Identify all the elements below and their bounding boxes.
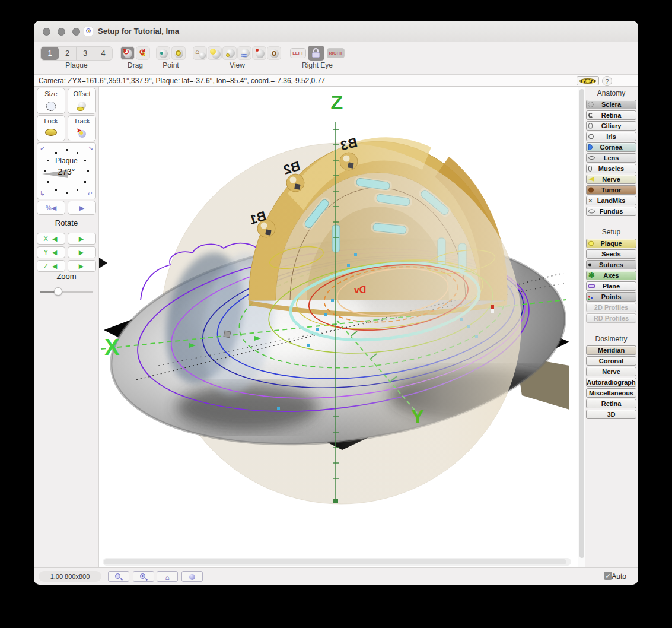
view-lens-button[interactable] (237, 46, 251, 60)
anatomy-item-tumor[interactable]: Tumor (586, 185, 636, 195)
anatomy-item-retina[interactable]: Retina (586, 110, 636, 120)
setup-item-plane[interactable]: Plane (586, 281, 636, 291)
zoom-slider[interactable] (40, 287, 93, 296)
zoom-in-button[interactable]: + (133, 571, 154, 582)
view-home-button[interactable]: ⌂ (193, 46, 207, 60)
anatomy-section-title: Anatomy (586, 89, 636, 97)
rotate-y-forward-button[interactable]: ▶ (68, 246, 96, 258)
home-view-button[interactable]: ⌂ (157, 571, 178, 582)
track-button[interactable]: Track ➤ (68, 115, 96, 141)
toolbar: 1 2 3 4 Plaque ↻ ↻ Drag Point ⌂ (34, 42, 638, 74)
anatomy-item-cornea[interactable]: Cornea (586, 142, 636, 152)
setup-item-seeds[interactable]: Seeds (586, 249, 636, 259)
plaque-gold-icon (45, 129, 57, 136)
size-button[interactable]: Size (37, 88, 65, 114)
drag-rotate-button[interactable]: ↻ (120, 46, 135, 60)
view-mark-button[interactable] (252, 46, 266, 60)
plaque-segmented-control[interactable]: 1 2 3 4 (40, 46, 113, 61)
dosimetry-item-3d[interactable]: 3D (586, 410, 636, 419)
rotate-z-back-button[interactable]: Z ◀ (37, 260, 65, 272)
magnifier-plus-icon: + (140, 573, 145, 579)
offset-button[interactable]: Offset (68, 88, 96, 114)
lens-icon (588, 156, 595, 160)
axis-x-label: X (104, 335, 120, 360)
view-group-label: View (193, 61, 282, 69)
point-mark-button[interactable] (171, 46, 186, 60)
close-icon[interactable] (43, 28, 50, 36)
anatomy-item-sclera[interactable]: Sclera (586, 100, 636, 109)
setup-item-sutures[interactable]: Sutures (586, 260, 636, 269)
anatomy-item-iris[interactable]: Iris (586, 132, 636, 141)
plaque-segment-3[interactable]: 3 (77, 47, 94, 60)
zoom-slider-thumb[interactable] (54, 287, 62, 296)
plaque-rotation-dial[interactable]: ↙ ↘ ↳ ↵ Plaque 273° (37, 142, 96, 199)
anatomy-item-fundus[interactable]: Fundus (586, 207, 636, 216)
axis-y-label: Y (411, 405, 425, 427)
plaque-segment-1[interactable]: 1 (41, 47, 59, 60)
setup-item-rd-profiles: RD Profiles (586, 313, 636, 323)
rotate-x-back-button[interactable]: X ◀ (37, 233, 65, 245)
zoom-out-button[interactable]: − (108, 571, 129, 582)
setup-item-axes[interactable]: ✱Axes (586, 271, 636, 280)
dosimetry-item-nerve[interactable]: Nerve (586, 367, 636, 376)
auto-checkbox[interactable]: ✓ (604, 572, 612, 580)
plaque-indicator-button[interactable] (577, 76, 599, 85)
dosimetry-item-meridian[interactable]: Meridian (586, 345, 636, 355)
dosimetry-item-coronal[interactable]: Coronal (586, 356, 636, 366)
right-eye-button[interactable]: RIGHT (327, 48, 345, 58)
minimize-icon[interactable] (58, 28, 65, 36)
anatomy-item-nerve[interactable]: Nerve (586, 175, 636, 184)
plaque-segment-2[interactable]: 2 (59, 47, 77, 60)
rotate-z-forward-button[interactable]: ▶ (68, 260, 96, 272)
step-back-button[interactable]: %◀ (37, 201, 65, 215)
vertical-scrollbar[interactable] (578, 87, 585, 567)
rotate-y-back-button[interactable]: Y ◀ (37, 246, 65, 258)
title-bar[interactable]: Setup for Tutorial, Ima (34, 21, 638, 42)
drag-tilt-button[interactable]: ↻ (136, 46, 150, 60)
dial-value: 273° (37, 167, 95, 176)
dosimetry-item-autoradiograph[interactable]: Autoradiograph (586, 378, 636, 387)
retina-icon (588, 113, 593, 118)
view-plaque-button[interactable] (208, 46, 222, 60)
dial-corner-br-icon[interactable]: ↵ (88, 190, 93, 198)
anatomy-item-muscles[interactable]: Muscles (586, 164, 636, 173)
dosimetry-item-retina[interactable]: Retina (586, 399, 636, 408)
plaque-segment-4[interactable]: 4 (94, 47, 112, 60)
view-tumor-button[interactable] (267, 46, 281, 60)
anatomy-item-landmks[interactable]: ✕LandMks (586, 196, 636, 205)
tumor-icon (588, 188, 594, 193)
window-title: Setup for Tutorial, Ima (98, 27, 179, 36)
point-select-button[interactable] (156, 46, 170, 60)
camera-status-text: Camera: ZYX=161.6°,359.1°,337.9°, Plaque… (39, 77, 325, 85)
dial-corner-bl-icon[interactable]: ↳ (40, 190, 45, 198)
axes-icon: ✱ (588, 274, 595, 277)
left-eye-button[interactable]: LEFT (290, 48, 306, 58)
anatomy-item-ciliary[interactable]: Ciliary (586, 121, 636, 131)
dosimetry-item-miscellaneous[interactable]: Miscellaneous (586, 388, 636, 398)
eye-lock-button[interactable] (308, 46, 324, 61)
tilt-arrow-icon: ↻ (138, 49, 146, 55)
3d-viewport[interactable]: Z X Y B3 B2 B1 Dv (99, 87, 578, 567)
zoom-window-icon[interactable] (72, 28, 80, 36)
help-button[interactable]: ? (602, 76, 612, 86)
dosimetry-section-title: Dosimetry (586, 335, 636, 343)
view-plaque-bottom-button[interactable] (222, 46, 237, 60)
vertical-scrollbar-thumb[interactable] (579, 89, 584, 558)
setup-item-plaque[interactable]: Plaque (586, 239, 636, 248)
dial-corner-tr-icon[interactable]: ↘ (88, 144, 93, 152)
right-control-panel: Anatomy Sclera Retina Ciliary Iris Corne… (585, 87, 638, 567)
sphere-icon (189, 574, 195, 580)
setup-item-points[interactable]: Points (586, 292, 636, 302)
muscles-icon (588, 166, 592, 172)
lock-plaque-button[interactable]: Lock (37, 115, 65, 141)
horizontal-scrollbar-thumb[interactable] (104, 559, 566, 564)
anatomy-item-lens[interactable]: Lens (586, 153, 636, 163)
3d-scene[interactable]: Z X Y B3 B2 B1 Dv (99, 87, 578, 567)
rotate-arrow-icon: ↻ (123, 47, 129, 56)
axis-z-label: Z (331, 91, 343, 113)
horizontal-scrollbar[interactable] (103, 558, 571, 566)
snapshot-button[interactable] (181, 571, 203, 582)
dial-corner-tl-icon[interactable]: ↙ (40, 144, 45, 152)
step-forward-button[interactable]: ▶ (68, 201, 96, 215)
rotate-x-forward-button[interactable]: ▶ (68, 233, 96, 245)
